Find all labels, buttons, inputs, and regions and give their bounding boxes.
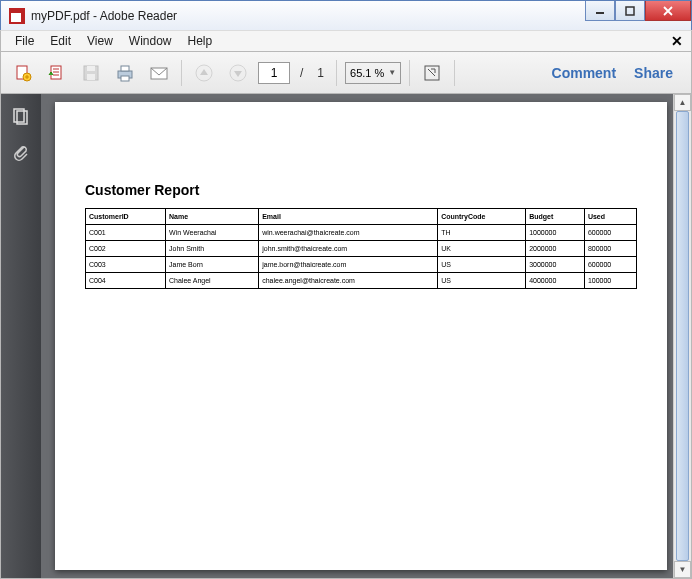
page-sep: / — [296, 66, 307, 80]
col-email: Email — [259, 209, 438, 225]
close-doc-button[interactable]: ✕ — [671, 33, 683, 49]
vertical-scrollbar[interactable]: ▲ ▼ — [673, 94, 691, 578]
scroll-thumb[interactable] — [676, 111, 689, 561]
col-used: Used — [584, 209, 636, 225]
cell: 600000 — [584, 225, 636, 241]
attachments-panel-button[interactable] — [11, 142, 31, 162]
separator — [409, 60, 410, 86]
read-mode-button[interactable] — [418, 59, 446, 87]
cell: C003 — [86, 257, 166, 273]
cell: Jame Born — [166, 257, 259, 273]
svg-rect-1 — [626, 7, 634, 15]
comment-button[interactable]: Comment — [552, 65, 617, 81]
read-mode-icon — [423, 64, 441, 82]
share-button[interactable]: Share — [634, 65, 673, 81]
email-button[interactable] — [145, 59, 173, 87]
zoom-select[interactable]: 65.1 % ▼ — [345, 62, 401, 84]
svg-rect-7 — [87, 74, 95, 80]
paperclip-icon — [12, 143, 30, 161]
thumbnails-panel-button[interactable] — [11, 106, 31, 126]
col-name: Name — [166, 209, 259, 225]
cell: UK — [438, 241, 526, 257]
close-icon — [662, 6, 674, 16]
page-up-button[interactable] — [190, 59, 218, 87]
cell: 3000000 — [526, 257, 585, 273]
page-number-input[interactable] — [258, 62, 290, 84]
menu-window[interactable]: Window — [121, 32, 180, 50]
table-header-row: CustomerID Name Email CountryCode Budget… — [86, 209, 637, 225]
close-window-button[interactable] — [645, 1, 691, 21]
arrow-down-icon — [229, 64, 247, 82]
print-button[interactable] — [111, 59, 139, 87]
cell: win.weerachai@thaicreate.com — [259, 225, 438, 241]
cell: 100000 — [584, 273, 636, 289]
table-row: C003Jame Bornjame.born@thaicreate.comUS3… — [86, 257, 637, 273]
main-area: Customer Report CustomerID Name Email Co… — [0, 94, 692, 579]
cell: John Smith — [166, 241, 259, 257]
cell: chalee.angel@thaicreate.com — [259, 273, 438, 289]
scroll-track[interactable] — [674, 111, 691, 561]
window-controls — [585, 1, 691, 21]
separator — [454, 60, 455, 86]
print-icon — [115, 63, 135, 83]
maximize-button[interactable] — [615, 1, 645, 21]
pdf-page: Customer Report CustomerID Name Email Co… — [55, 102, 667, 570]
scroll-up-button[interactable]: ▲ — [674, 94, 691, 111]
save-button[interactable] — [77, 59, 105, 87]
export-pdf-button[interactable] — [9, 59, 37, 87]
svg-rect-10 — [121, 76, 129, 81]
export-pdf-icon — [13, 63, 33, 83]
col-budget: Budget — [526, 209, 585, 225]
cell: C004 — [86, 273, 166, 289]
col-customerid: CustomerID — [86, 209, 166, 225]
menu-bar: File Edit View Window Help ✕ — [0, 30, 692, 52]
open-button[interactable] — [43, 59, 71, 87]
cell: US — [438, 273, 526, 289]
svg-rect-9 — [121, 66, 129, 71]
zoom-value: 65.1 % — [350, 67, 384, 79]
cell: TH — [438, 225, 526, 241]
cell: 600000 — [584, 257, 636, 273]
thumbnails-icon — [12, 107, 30, 125]
nav-pane — [1, 94, 41, 578]
menu-file[interactable]: File — [7, 32, 42, 50]
cell: US — [438, 257, 526, 273]
cell: C002 — [86, 241, 166, 257]
toolbar: / 1 65.1 % ▼ Comment Share — [0, 52, 692, 94]
table-row: C002John Smithjohn.smith@thaicreate.comU… — [86, 241, 637, 257]
customer-table: CustomerID Name Email CountryCode Budget… — [85, 208, 637, 289]
document-viewport[interactable]: Customer Report CustomerID Name Email Co… — [41, 94, 691, 578]
app-icon — [9, 8, 25, 24]
email-icon — [149, 63, 169, 83]
toolbar-right: Comment Share — [552, 65, 683, 81]
arrow-up-icon — [195, 64, 213, 82]
scroll-down-button[interactable]: ▼ — [674, 561, 691, 578]
menu-view[interactable]: View — [79, 32, 121, 50]
report-title: Customer Report — [85, 182, 637, 198]
cell: john.smith@thaicreate.com — [259, 241, 438, 257]
cell: 2000000 — [526, 241, 585, 257]
save-icon — [82, 64, 100, 82]
minimize-icon — [595, 6, 605, 16]
page-total: 1 — [313, 66, 328, 80]
col-countrycode: CountryCode — [438, 209, 526, 225]
cell: Win Weerachai — [166, 225, 259, 241]
table-row: C004Chalee Angelchalee.angel@thaicreate.… — [86, 273, 637, 289]
separator — [336, 60, 337, 86]
svg-rect-0 — [596, 12, 604, 14]
cell: 1000000 — [526, 225, 585, 241]
svg-rect-6 — [87, 66, 95, 71]
page-down-button[interactable] — [224, 59, 252, 87]
minimize-button[interactable] — [585, 1, 615, 21]
separator — [181, 60, 182, 86]
chevron-down-icon: ▼ — [388, 68, 396, 77]
table-row: C001Win Weerachaiwin.weerachai@thaicreat… — [86, 225, 637, 241]
window-title: myPDF.pdf - Adobe Reader — [31, 9, 177, 23]
title-bar: myPDF.pdf - Adobe Reader — [0, 0, 692, 30]
menu-help[interactable]: Help — [180, 32, 221, 50]
cell: C001 — [86, 225, 166, 241]
cell: 4000000 — [526, 273, 585, 289]
menu-edit[interactable]: Edit — [42, 32, 79, 50]
cell: 800000 — [584, 241, 636, 257]
cell: jame.born@thaicreate.com — [259, 257, 438, 273]
